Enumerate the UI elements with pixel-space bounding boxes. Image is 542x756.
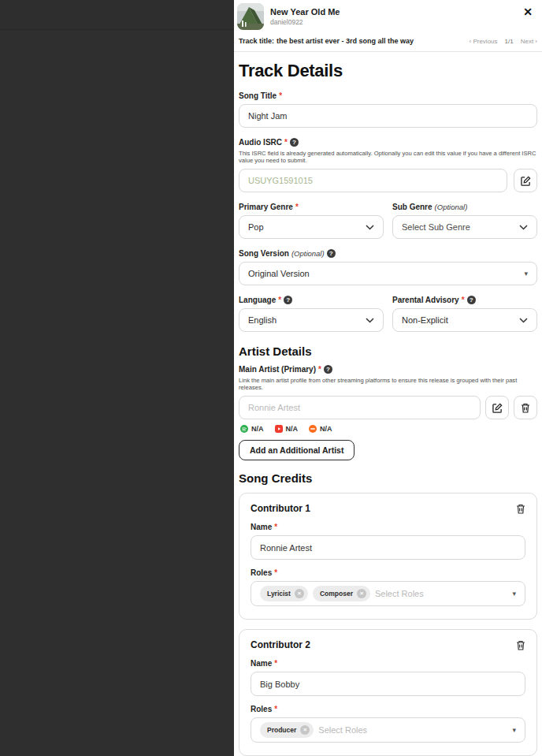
- question-icon[interactable]: ?: [327, 249, 336, 258]
- required-asterisk: *: [278, 296, 281, 304]
- required-asterisk: *: [462, 296, 465, 304]
- required-asterisk: *: [274, 568, 277, 577]
- required-asterisk: *: [318, 365, 321, 374]
- role-chip: Lyricist ×: [260, 586, 308, 601]
- song-title-label: Song Title: [239, 91, 277, 100]
- track-title-bar: Track title:the best artist ever - 3rd s…: [234, 30, 542, 52]
- contributor-delete-button[interactable]: [516, 504, 525, 514]
- song-version-value: Original Version: [248, 269, 310, 278]
- roles-placeholder: Select Roles: [318, 725, 367, 735]
- question-icon[interactable]: ?: [467, 296, 476, 304]
- chevron-down-icon: [519, 225, 528, 230]
- platform-status-value: N/A: [251, 425, 264, 433]
- previous-track-button[interactable]: ‹ Previous: [470, 38, 498, 45]
- optional-tag: (Optional): [435, 203, 468, 211]
- remove-role-icon[interactable]: ×: [357, 589, 366, 598]
- isrc-helper-text: This ISRC field is already generated aut…: [239, 150, 537, 164]
- isrc-label: Audio ISRC: [239, 138, 282, 147]
- platform-status: N/A: [275, 425, 299, 433]
- role-chip: Producer ×: [260, 722, 314, 738]
- artist-details-heading: Artist Details: [239, 344, 537, 358]
- edit-icon: [492, 403, 503, 413]
- chevron-down-icon: [366, 318, 374, 323]
- optional-tag: (Optional): [291, 249, 325, 258]
- question-icon[interactable]: ?: [290, 138, 299, 147]
- roles-multiselect[interactable]: Lyricist × Composer × Select Roles ▾: [251, 581, 525, 606]
- platform-status-value: N/A: [320, 425, 332, 433]
- required-asterisk: *: [274, 705, 277, 713]
- platform-status: N/A: [309, 425, 332, 433]
- platform-status-value: N/A: [286, 425, 299, 433]
- roles-multiselect[interactable]: Producer × Select Roles ▾: [251, 717, 525, 743]
- primary-genre-value: Pop: [248, 222, 264, 232]
- release-title: New Year Old Me: [270, 7, 340, 17]
- parental-advisory-select[interactable]: Non-Explicit: [392, 308, 537, 332]
- contributor-roles-label: Roles: [251, 568, 272, 577]
- remove-role-icon[interactable]: ×: [300, 725, 310, 735]
- role-chip: Composer ×: [313, 586, 370, 601]
- modal-header: New Year Old Me daniel0922 ✕: [234, 0, 542, 30]
- sub-genre-label: Sub Genre: [392, 203, 432, 211]
- contributor-card: Contributor 1 Name * Roles * Lyricist: [239, 493, 537, 620]
- main-artist-edit-button[interactable]: [485, 396, 509, 419]
- primary-genre-label: Primary Genre: [239, 203, 293, 211]
- contributor-card: Contributor 2 Name * Roles * Producer: [239, 629, 537, 756]
- sub-genre-select[interactable]: Select Sub Genre: [392, 215, 537, 239]
- main-artist-input[interactable]: [239, 396, 481, 419]
- chevron-down-icon: [519, 318, 528, 323]
- song-version-label: Song Version: [239, 249, 289, 258]
- spotify-icon: [240, 425, 248, 433]
- main-artist-label: Main Artist (Primary): [239, 365, 316, 374]
- parental-advisory-value: Non-Explicit: [402, 315, 448, 325]
- platform-status-row: N/A N/A N/A: [240, 425, 537, 433]
- edit-icon: [521, 176, 531, 186]
- caret-down-icon: ▾: [524, 270, 528, 277]
- contributor-name-input[interactable]: [251, 535, 525, 560]
- chevron-down-icon: [366, 225, 374, 230]
- trash-icon: [516, 640, 525, 650]
- contributor-roles-label: Roles: [251, 705, 272, 713]
- track-title-value: the best artist ever - 3rd song all the …: [277, 37, 414, 45]
- question-icon[interactable]: ?: [324, 365, 332, 374]
- contributor-delete-button[interactable]: [516, 640, 525, 650]
- dimmed-background-topbar: [0, 0, 234, 30]
- track-title-label: Track title:: [239, 37, 274, 45]
- release-artwork: [237, 3, 264, 30]
- role-chip-label: Composer: [320, 590, 353, 598]
- language-select[interactable]: English: [239, 308, 384, 332]
- primary-genre-select[interactable]: Pop: [239, 215, 384, 239]
- close-icon[interactable]: ✕: [520, 3, 536, 20]
- question-icon[interactable]: ?: [284, 296, 292, 304]
- contributor-name-label: Name: [251, 523, 272, 531]
- trash-icon: [516, 504, 525, 514]
- song-version-select[interactable]: Original Version ▾: [239, 262, 537, 285]
- contributor-title: Contributor 1: [251, 503, 310, 514]
- track-details-modal: New Year Old Me daniel0922 ✕ Track title…: [234, 0, 542, 756]
- parental-advisory-label: Parental Advisory: [392, 296, 459, 304]
- sub-genre-value: Select Sub Genre: [402, 222, 470, 232]
- role-chip-label: Lyricist: [267, 590, 291, 598]
- contributor-name-label: Name: [251, 659, 272, 668]
- soundcloud-icon: [309, 425, 317, 433]
- platform-status: N/A: [240, 425, 264, 433]
- next-track-button[interactable]: Next ›: [521, 38, 537, 45]
- required-asterisk: *: [284, 138, 288, 147]
- required-asterisk: *: [279, 91, 282, 100]
- youtube-icon: [275, 425, 283, 433]
- language-label: Language: [239, 296, 276, 304]
- song-title-input[interactable]: [239, 104, 537, 128]
- song-credits-heading: Song Credits: [239, 471, 537, 485]
- page-title: Track Details: [239, 61, 537, 81]
- required-asterisk: *: [274, 523, 277, 531]
- dimmed-background: [0, 0, 234, 756]
- track-page-indicator: 1/1: [505, 38, 514, 45]
- isrc-input[interactable]: [239, 169, 507, 192]
- remove-role-icon[interactable]: ×: [295, 589, 304, 598]
- language-value: English: [248, 315, 277, 325]
- add-additional-artist-button[interactable]: Add an Additional Artist: [239, 440, 355, 460]
- main-artist-delete-button[interactable]: [514, 396, 537, 419]
- release-owner: daniel0922: [270, 18, 340, 26]
- main-artist-helper-text: Link the main artist profile from other …: [239, 377, 537, 391]
- contributor-name-input[interactable]: [251, 672, 525, 696]
- isrc-edit-button[interactable]: [514, 169, 537, 192]
